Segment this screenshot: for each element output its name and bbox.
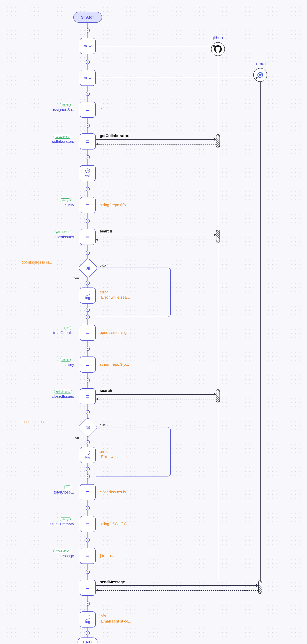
plus-connector[interactable] — [86, 251, 90, 255]
arrow-call — [96, 139, 216, 140]
node-assign-query2[interactable]: = — [80, 356, 96, 372]
node-call[interactable]: call — [80, 165, 96, 181]
type-string: string — [60, 103, 71, 107]
node-assign-openIssues[interactable]: = — [80, 229, 96, 245]
eq-label: = — [86, 233, 90, 241]
plus-connector[interactable] — [86, 506, 90, 510]
arrow-return — [98, 144, 216, 144]
plus-connector[interactable] — [86, 28, 90, 32]
branch-icon: ⤮ — [86, 424, 90, 431]
eq-label: = — [86, 106, 90, 114]
plus-connector[interactable] — [86, 187, 90, 191]
arrow-new-email — [96, 78, 257, 78]
plus-connector[interactable] — [86, 60, 90, 64]
arrowhead — [96, 143, 98, 146]
node-label: new — [84, 44, 92, 48]
actor-github-label: github — [211, 36, 223, 40]
arrow-call — [96, 585, 258, 586]
arrowhead — [96, 589, 98, 592]
plus-connector[interactable] — [86, 631, 90, 635]
plus-connector[interactable] — [86, 538, 90, 542]
node-decision-openIssues[interactable]: ⤮ — [78, 258, 98, 278]
log-label: log — [85, 296, 90, 300]
node-assign-assigneeSu[interactable]: = — [80, 102, 96, 118]
type-githubSea: github:Sea. — [54, 390, 72, 394]
end-node: END — [78, 638, 98, 644]
activation-github — [216, 230, 220, 243]
plus-connector[interactable] — [86, 219, 90, 223]
type-int: int — [64, 486, 71, 489]
var-totalOpenI: totalOpenI... — [53, 330, 74, 335]
eq-label: = — [86, 520, 90, 528]
log-level: info — [100, 614, 106, 618]
connector — [88, 463, 88, 484]
eq-label: = — [86, 584, 90, 592]
plus-connector[interactable] — [86, 92, 90, 96]
node-assign-totalOpenI[interactable]: = — [80, 325, 96, 341]
plus-connector[interactable] — [86, 440, 90, 444]
type-stream: stream<git. — [54, 135, 71, 138]
plus-connector[interactable] — [86, 474, 90, 478]
val-message: { to: re... — [100, 554, 114, 558]
start-node: START — [73, 12, 102, 22]
activation-github — [216, 389, 220, 402]
eq-label: = — [86, 488, 90, 496]
log-msg: "Error while sea... — [100, 295, 130, 300]
node-assign-closedIssues[interactable]: = — [80, 388, 96, 404]
branch-icon: ⤮ — [86, 265, 90, 271]
arrow-call — [96, 234, 216, 235]
arrowhead — [213, 45, 216, 47]
node-decision-closedIssues[interactable]: ⤮ — [78, 417, 98, 438]
call-search-closed: search — [100, 388, 112, 393]
var-totalClose: totalClose... — [54, 490, 74, 494]
log-icon — [85, 290, 91, 296]
val-issueSummary: string `ISSUE SU... — [100, 522, 133, 526]
node-log-info[interactable]: log — [80, 612, 96, 628]
node-assign-totalClose[interactable]: = — [80, 484, 96, 500]
log-icon — [85, 614, 91, 620]
plus-connector[interactable] — [86, 602, 90, 606]
plus-connector[interactable] — [86, 570, 90, 574]
activation-email — [258, 580, 262, 594]
log-msg: "Error while sea... — [100, 455, 130, 459]
val-query1: string `repo:${o... — [100, 203, 129, 207]
arrow-return — [98, 240, 216, 240]
plus-connector[interactable] — [86, 308, 90, 312]
plus-connector[interactable] — [86, 410, 90, 414]
connector — [88, 304, 88, 325]
plus-connector[interactable] — [86, 378, 90, 382]
log-label: log — [85, 455, 90, 460]
arrow-return — [98, 590, 258, 591]
var-closedIssues: closedIssues — [52, 394, 74, 399]
arrow-return — [98, 399, 216, 400]
arrow-call — [96, 394, 216, 395]
var-query: query — [65, 203, 74, 208]
node-assign-message[interactable]: = — [80, 548, 96, 564]
var-message: message — [59, 554, 74, 558]
eq-label: = — [86, 552, 90, 560]
plus-connector[interactable] — [86, 155, 90, 160]
actor-email-label: email — [256, 61, 266, 66]
plus-connector[interactable] — [86, 124, 90, 128]
arrowhead — [96, 238, 98, 241]
node-assign-collaborators[interactable]: = — [80, 134, 96, 150]
node-log-error-open[interactable]: log — [80, 288, 96, 304]
node-log-error-closed[interactable]: log — [80, 447, 96, 463]
node-new-email[interactable]: new — [80, 70, 96, 86]
var-collaborators: collaborators — [52, 139, 74, 144]
eq-label: = — [86, 361, 90, 368]
cond-closedIssues: closedIssues is ... — [22, 420, 52, 424]
val-assigneeSu: "" — [100, 107, 103, 112]
plus-connector[interactable] — [86, 315, 90, 319]
eq-label: = — [86, 202, 90, 209]
node-new-github[interactable]: new — [80, 38, 96, 54]
plus-connector[interactable] — [86, 281, 90, 285]
node-assign-sendMessage[interactable]: = — [80, 580, 96, 596]
node-assign-issueSummary[interactable]: = — [80, 516, 96, 532]
plus-connector[interactable] — [86, 346, 90, 351]
actor-github — [211, 42, 225, 56]
lifeline-email — [260, 82, 260, 581]
plus-connector[interactable] — [86, 467, 90, 471]
node-assign-query1[interactable]: = — [80, 197, 96, 213]
arrow-new-github — [96, 46, 215, 46]
